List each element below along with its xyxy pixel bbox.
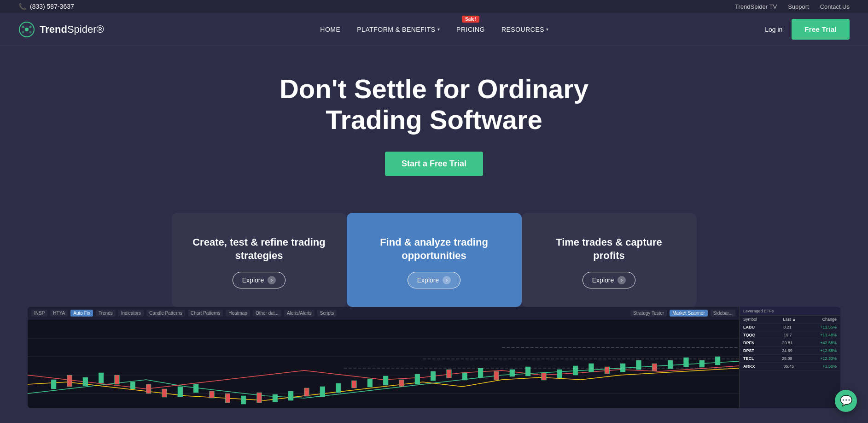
trendspider-tv-link[interactable]: TrendSpider TV bbox=[735, 3, 777, 10]
svg-rect-38 bbox=[462, 373, 467, 380]
panel-row-labu[interactable]: LABU 8.21 +11.55% bbox=[740, 323, 840, 331]
svg-rect-12 bbox=[52, 380, 56, 389]
svg-rect-53 bbox=[699, 360, 704, 367]
nav-center: HOME PLATFORM & BENEFITS ▾ Sale! PRICING… bbox=[320, 26, 548, 33]
svg-rect-51 bbox=[668, 360, 673, 369]
top-bar: 📞 (833) 587-3637 TrendSpider TV Support … bbox=[0, 0, 868, 13]
svg-rect-33 bbox=[384, 376, 388, 385]
logo-bold: Trend bbox=[40, 24, 67, 35]
login-button[interactable]: Log in bbox=[765, 26, 782, 33]
nav-platform[interactable]: PLATFORM & BENEFITS ▾ bbox=[357, 26, 440, 33]
explore-find-arrow-icon: › bbox=[443, 276, 451, 284]
toolbar-strategy[interactable]: Strategy Tester bbox=[630, 310, 667, 317]
svg-rect-43 bbox=[542, 373, 546, 380]
svg-point-5 bbox=[29, 31, 32, 33]
svg-rect-28 bbox=[304, 388, 309, 396]
svg-rect-45 bbox=[573, 366, 578, 375]
svg-rect-18 bbox=[146, 384, 151, 394]
explore-create-button[interactable]: Explore › bbox=[233, 272, 285, 288]
hero-headline: Don't Settle for Ordinary Trading Softwa… bbox=[273, 74, 595, 135]
explore-find-button[interactable]: Explore › bbox=[408, 272, 460, 288]
panel-row-tqqq[interactable]: TQQQ 19.7 +11.48% bbox=[740, 331, 840, 339]
toolbar-other[interactable]: Other dat... bbox=[253, 310, 281, 317]
svg-rect-44 bbox=[557, 370, 562, 378]
svg-rect-16 bbox=[115, 375, 119, 384]
card-title-time: Time trades & capture profits bbox=[540, 236, 678, 262]
toolbar-sidebar[interactable]: Sidebar... bbox=[711, 310, 735, 317]
sale-badge: Sale! bbox=[462, 16, 479, 23]
panel-header: Leveraged ETFs bbox=[740, 307, 840, 316]
find-analyze-card: Find & analyze trading opportunities Exp… bbox=[347, 213, 522, 306]
free-trial-nav-button[interactable]: Free Trial bbox=[792, 19, 850, 40]
svg-rect-23 bbox=[225, 394, 230, 403]
svg-rect-47 bbox=[605, 367, 609, 374]
svg-rect-32 bbox=[367, 379, 372, 387]
chart-main: INSP HTYA Auto Fix Trends Indicators Can… bbox=[28, 307, 739, 408]
logo-icon bbox=[18, 21, 35, 38]
toolbar-trends[interactable]: Trends bbox=[96, 310, 116, 317]
svg-point-4 bbox=[22, 31, 24, 33]
svg-rect-24 bbox=[241, 396, 246, 404]
svg-rect-17 bbox=[130, 382, 135, 389]
toolbar-market-scanner[interactable]: Market Scanner bbox=[670, 310, 708, 317]
svg-rect-19 bbox=[162, 389, 167, 397]
nav-resources[interactable]: RESOURCES ▾ bbox=[501, 26, 549, 33]
panel-row-dpfn[interactable]: DPFN 20.81 +42.58% bbox=[740, 339, 840, 347]
toolbar-indicators[interactable]: Indicators bbox=[118, 310, 144, 317]
pricing-wrapper: Sale! PRICING bbox=[456, 26, 485, 33]
svg-rect-21 bbox=[194, 384, 198, 393]
phone-number: (833) 587-3637 bbox=[30, 3, 74, 10]
svg-rect-50 bbox=[652, 364, 657, 371]
svg-rect-31 bbox=[352, 381, 356, 388]
card-title-create: Create, test & refine trading strategies bbox=[190, 236, 328, 262]
phone-section: 📞 (833) 587-3637 bbox=[18, 3, 74, 10]
svg-rect-13 bbox=[67, 375, 72, 387]
toolbar-alerts[interactable]: Alerts/Alerts bbox=[284, 310, 315, 317]
panel-row-dpst[interactable]: DPST 24.59 +12.58% bbox=[740, 347, 840, 355]
svg-rect-34 bbox=[399, 380, 404, 387]
contact-us-link[interactable]: Contact Us bbox=[820, 3, 850, 10]
support-link[interactable]: Support bbox=[788, 3, 809, 10]
chart-svg: 270.00 250.00 243.25 bbox=[28, 320, 739, 408]
svg-rect-39 bbox=[478, 368, 483, 377]
chat-bubble[interactable]: 💬 bbox=[835, 390, 857, 412]
svg-rect-27 bbox=[289, 391, 293, 400]
svg-rect-20 bbox=[178, 387, 182, 397]
toolbar-heatmap[interactable]: Heatmap bbox=[226, 310, 250, 317]
toolbar-autofix[interactable]: Auto Fix bbox=[70, 310, 93, 317]
chart-placeholder: INSP HTYA Auto Fix Trends Indicators Can… bbox=[28, 307, 840, 408]
chart-container: INSP HTYA Auto Fix Trends Indicators Can… bbox=[28, 307, 840, 408]
resources-chevron-icon: ▾ bbox=[546, 27, 549, 32]
toolbar-scripts[interactable]: Scripts bbox=[317, 310, 337, 317]
candlestick-area: 270.00 250.00 243.25 bbox=[28, 320, 739, 408]
card-title-find: Find & analyze trading opportunities bbox=[365, 236, 503, 262]
chart-right-panel: Leveraged ETFs Symbol Last ▲ Change LABU… bbox=[739, 307, 840, 408]
chat-icon: 💬 bbox=[840, 395, 852, 407]
logo-regular: Spider® bbox=[67, 24, 104, 35]
svg-rect-35 bbox=[415, 374, 419, 384]
toolbar-chart[interactable]: Chart Patterns bbox=[188, 310, 223, 317]
nav-home[interactable]: HOME bbox=[320, 26, 340, 33]
explore-create-arrow-icon: › bbox=[268, 276, 276, 284]
panel-row-arkx[interactable]: ARKX 35.45 +1.58% bbox=[740, 363, 840, 370]
phone-icon: 📞 bbox=[18, 3, 26, 10]
feature-cards-container: Create, test & refine trading strategies… bbox=[0, 194, 868, 306]
main-nav: TrendSpider® HOME PLATFORM & BENEFITS ▾ … bbox=[0, 13, 868, 46]
toolbar-htya[interactable]: HTYA bbox=[50, 310, 68, 317]
svg-rect-36 bbox=[431, 371, 436, 381]
explore-time-button[interactable]: Explore › bbox=[583, 272, 635, 288]
create-test-refine-card: Create, test & refine trading strategies… bbox=[172, 213, 347, 306]
svg-rect-54 bbox=[716, 357, 720, 365]
panel-row-tecl[interactable]: TECL 25.08 +12.33% bbox=[740, 355, 840, 363]
logo[interactable]: TrendSpider® bbox=[18, 21, 104, 38]
top-nav-links: TrendSpider TV Support Contact Us bbox=[735, 3, 850, 10]
toolbar-candle[interactable]: Candle Patterns bbox=[146, 310, 185, 317]
start-free-trial-button[interactable]: Start a Free Trial bbox=[385, 152, 483, 176]
svg-rect-25 bbox=[257, 393, 262, 403]
svg-rect-29 bbox=[320, 387, 325, 397]
platform-chevron-icon: ▾ bbox=[437, 27, 440, 32]
nav-pricing[interactable]: PRICING bbox=[456, 26, 485, 33]
svg-rect-15 bbox=[99, 373, 104, 383]
panel-row-header: Symbol Last ▲ Change bbox=[740, 316, 840, 323]
svg-rect-48 bbox=[621, 364, 625, 372]
